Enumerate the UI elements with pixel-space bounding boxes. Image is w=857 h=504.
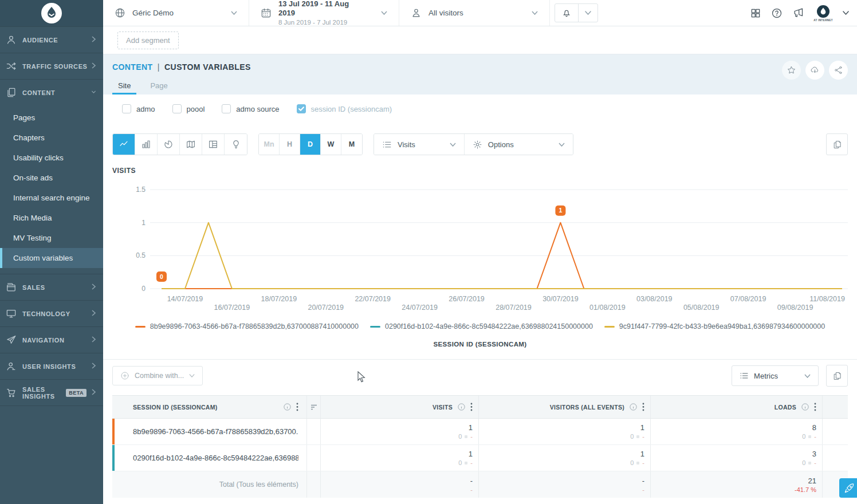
- legend-item[interactable]: 0290f16d-b102-4a9e-866c-8c59484222ae,636…: [370, 322, 593, 330]
- combine-with-button[interactable]: Combine with...: [112, 366, 203, 385]
- segment-selector[interactable]: All visitors: [399, 0, 550, 26]
- app-logo[interactable]: [0, 0, 103, 26]
- header-visitors[interactable]: VISITORS (ALL EVENTS): [479, 396, 651, 418]
- header-loads[interactable]: LOADS: [651, 396, 823, 418]
- tab-page[interactable]: Page: [144, 78, 173, 94]
- compare-dot: [465, 435, 467, 438]
- sidebar-item-usability-clicks[interactable]: Usability clicks: [0, 148, 103, 168]
- date-range-selector[interactable]: 13 Jul 2019 - 11 Aug 2019 8 Jun 2019 - 7…: [249, 0, 399, 26]
- legend-item[interactable]: 8b9e9896-7063-4566-b67a-f78865839d2b,637…: [135, 322, 359, 330]
- sidebar-item-mv-testing[interactable]: MV Testing: [0, 228, 103, 248]
- line-chart-button[interactable]: [113, 134, 135, 155]
- metric-value: 1: [469, 423, 473, 432]
- column-menu-icon[interactable]: [814, 403, 816, 411]
- map-button[interactable]: [180, 134, 202, 155]
- cell-dimension[interactable]: 8b9e9896-7063-4566-b67a-f78865839d2b,637…: [112, 419, 307, 444]
- header-sort-column[interactable]: [307, 396, 321, 418]
- pie-chart-button[interactable]: [158, 134, 180, 155]
- chart-section: VISITS 00.511.501 14/07/201916/07/201918…: [103, 155, 857, 360]
- options-dropdown[interactable]: Options: [465, 134, 573, 155]
- quick-launch-button[interactable]: [839, 478, 857, 498]
- site-selector[interactable]: Géric Démo: [103, 0, 249, 26]
- table-row[interactable]: 0290f16d-b102-4a9e-866c-8c59484222ae,636…: [112, 445, 848, 471]
- filter-admo-source[interactable]: admo source: [222, 104, 279, 113]
- sidebar-item-content[interactable]: CONTENT: [0, 79, 103, 105]
- sidebar-item-label: NAVIGATION: [22, 337, 91, 344]
- sidebar-item-navigation[interactable]: NAVIGATION: [0, 326, 103, 353]
- chart-type-group: [112, 133, 247, 155]
- metric-dropdown[interactable]: Visits: [374, 134, 465, 155]
- svg-text:1: 1: [141, 219, 146, 227]
- header-visits[interactable]: VISITS: [321, 396, 479, 418]
- data-table: SESSION ID (SESSIONCAM) VISITS VISITORS …: [112, 395, 848, 498]
- main-area: Géric Démo 13 Jul 2019 - 11 Aug 2019 8 J…: [103, 0, 857, 504]
- sidebar-item-technology[interactable]: TECHNOLOGY: [0, 300, 103, 326]
- map-icon: [186, 139, 196, 149]
- table-export-button[interactable]: [826, 365, 848, 387]
- metrics-dropdown[interactable]: Metrics: [732, 365, 819, 386]
- insights-button[interactable]: [225, 134, 247, 155]
- add-segment-button[interactable]: Add segment: [117, 32, 179, 49]
- total-label: Total (Tous les éléments): [133, 481, 298, 489]
- column-menu-icon[interactable]: [296, 403, 298, 411]
- info-icon[interactable]: [629, 403, 638, 411]
- filter-poool[interactable]: poool: [172, 104, 205, 113]
- tab-site[interactable]: Site: [112, 78, 136, 94]
- content-subnav: Pages Chapters Usability clicks On-site …: [0, 105, 103, 274]
- favorite-button[interactable]: [782, 61, 801, 80]
- table-row[interactable]: 8b9e9896-7063-4566-b67a-f78865839d2b,637…: [112, 419, 848, 445]
- notifications-dropdown-toggle[interactable]: [578, 4, 597, 22]
- announcements-button[interactable]: [792, 7, 804, 19]
- header-session-id[interactable]: SESSION ID (SESSIONCAM): [112, 396, 307, 418]
- sidebar-item-label: USER INSIGHTS: [22, 363, 91, 370]
- sidebar-item-custom-variables[interactable]: Custom variables: [0, 248, 103, 268]
- help-button[interactable]: [771, 7, 783, 19]
- info-icon[interactable]: [283, 403, 292, 411]
- legend-item[interactable]: 9c91f447-7799-42fc-b433-b9e6ea949ba1,636…: [604, 322, 825, 330]
- sidebar-item-internal-search-engine[interactable]: Internal search engine: [0, 188, 103, 208]
- sidebar-item-audience[interactable]: AUDIENCE: [0, 26, 103, 53]
- compare-dot: [808, 435, 811, 438]
- filter-admo[interactable]: admo: [122, 104, 155, 113]
- delta-value: -41.7 %: [795, 486, 816, 493]
- sidebar-item-sales[interactable]: SALES: [0, 274, 103, 300]
- cell-sort: [307, 445, 321, 471]
- sidebar-item-onsite-ads[interactable]: On-site ads: [0, 168, 103, 188]
- delta-value: -: [642, 459, 644, 466]
- info-icon[interactable]: [457, 403, 466, 411]
- combine-with-label: Combine with...: [135, 372, 184, 380]
- sidebar-item-pages[interactable]: Pages: [0, 108, 103, 128]
- sidebar-item-user-insights[interactable]: USER INSIGHTS: [0, 353, 103, 379]
- period-minute-button[interactable]: Mn: [259, 134, 280, 155]
- sidebar-item-sales-insights[interactable]: SALES INSIGHTS BETA: [0, 379, 103, 405]
- sidebar-item-rich-media[interactable]: Rich Media: [0, 208, 103, 228]
- period-week-button[interactable]: W: [321, 134, 341, 155]
- gear-icon: [473, 140, 482, 149]
- compare-dot: [636, 462, 639, 464]
- sidebar-item-chapters[interactable]: Chapters: [0, 128, 103, 148]
- subitem-label: Internal search engine: [13, 194, 90, 202]
- sidebar-item-traffic-sources[interactable]: TRAFFIC SOURCES: [0, 53, 103, 79]
- cell-sort: [307, 471, 321, 498]
- share-button[interactable]: [829, 61, 848, 80]
- visits-line-chart[interactable]: 00.511.501: [112, 183, 848, 295]
- period-month-button[interactable]: M: [341, 134, 362, 155]
- chart-export-button[interactable]: [826, 133, 848, 155]
- download-button[interactable]: [805, 61, 824, 80]
- apps-grid-button[interactable]: [750, 7, 761, 19]
- account-menu[interactable]: AT INTERNET: [813, 5, 833, 22]
- notifications-button[interactable]: [555, 4, 578, 22]
- bar-chart-button[interactable]: [135, 134, 158, 155]
- x-axis-label: 14/07/2019: [167, 295, 203, 303]
- column-menu-icon[interactable]: [642, 403, 644, 411]
- filter-session-id[interactable]: session ID (sessioncam): [297, 104, 392, 113]
- info-icon[interactable]: [801, 403, 809, 411]
- table-layout-button[interactable]: [202, 134, 225, 155]
- help-icon: [771, 7, 783, 19]
- account-dropdown-toggle[interactable]: [843, 11, 849, 15]
- period-hour-button[interactable]: H: [280, 134, 300, 155]
- cell-dimension[interactable]: 0290f16d-b102-4a9e-866c-8c59484222ae,636…: [112, 445, 307, 471]
- column-menu-icon[interactable]: [470, 403, 473, 411]
- table-header-row: SESSION ID (SESSIONCAM) VISITS VISITORS …: [112, 396, 848, 419]
- period-day-button[interactable]: D: [300, 134, 321, 155]
